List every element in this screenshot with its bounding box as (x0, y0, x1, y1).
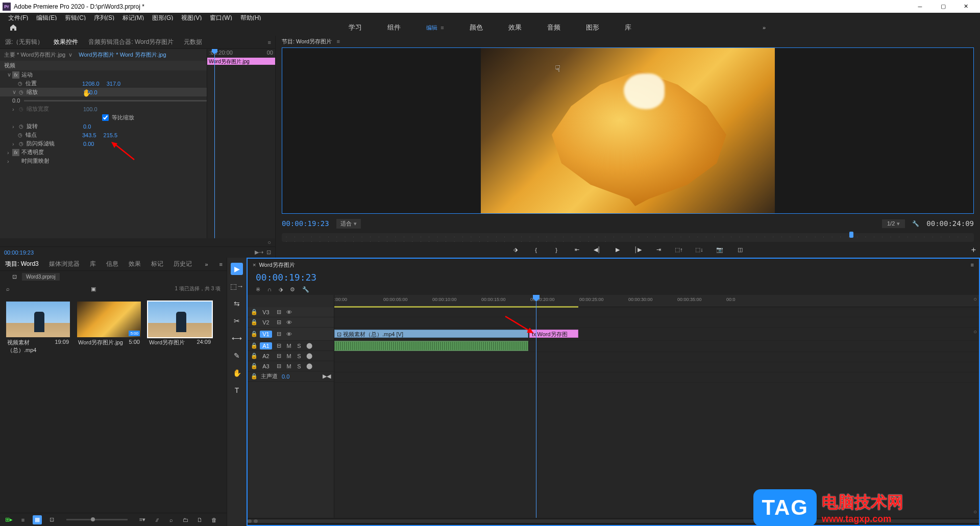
export-frame-button[interactable]: 📷 (714, 244, 725, 256)
fx-badge-icon[interactable]: fx (12, 149, 19, 156)
stopwatch-icon[interactable]: ◷ (16, 132, 23, 139)
tab-audio-mixer[interactable]: 音频剪辑混合器: Word另存图片 (87, 36, 175, 48)
solo-icon[interactable]: S (296, 353, 303, 359)
timeline-tracks-area[interactable]: :00:00 00:00:05:00 00:00:10:00 00:00:15:… (334, 295, 979, 518)
go-to-out-button[interactable]: ⇥ (653, 244, 664, 256)
uniform-scale-checkbox[interactable] (102, 114, 109, 121)
lock-icon[interactable]: 🔒 (251, 342, 257, 349)
master-volume[interactable]: 0.0 (282, 373, 289, 380)
lock-icon[interactable]: 🔒 (251, 373, 257, 380)
mute-icon[interactable]: M (285, 343, 292, 349)
tab-info[interactable]: 信息 (105, 258, 119, 270)
timeline-timecode[interactable]: 00:00:19:23 (248, 271, 979, 284)
expand-icon[interactable]: › (12, 123, 17, 130)
workspace-audio[interactable]: 音频 (542, 21, 566, 34)
stopwatch-icon[interactable]: ◷ (17, 123, 24, 130)
lift-button[interactable]: ⬚↑ (673, 244, 684, 256)
comparison-view-button[interactable]: ◫ (734, 244, 746, 256)
scroll-handle-icon[interactable]: ○ (973, 296, 977, 302)
sync-lock-icon[interactable]: ⊟ (275, 363, 282, 369)
selection-tool[interactable]: ▶ (231, 263, 243, 275)
bin-thumbnail[interactable] (148, 302, 212, 337)
tab-proj-effects[interactable]: 效果 (128, 258, 142, 270)
ripple-edit-tool[interactable]: ⇆ (231, 297, 243, 310)
track-output-icon[interactable]: 👁 (285, 319, 292, 325)
find-icon[interactable]: ⌕ (166, 515, 176, 524)
stopwatch-icon[interactable]: ◷ (17, 140, 24, 147)
razor-tool[interactable]: ✂ (231, 315, 243, 327)
snap-icon[interactable]: ※ (256, 286, 260, 293)
mark-in-button[interactable]: { (530, 244, 542, 256)
maximize-button[interactable]: ▢ (932, 0, 954, 13)
workspace-menu-icon[interactable]: ≡ (440, 24, 444, 31)
resolution-select[interactable]: 1/2▾ (882, 219, 905, 228)
play-button[interactable]: ▶ (612, 244, 623, 256)
program-scrubber[interactable]: · · · · · · · · · · · · · · · · · · · · … (282, 233, 974, 242)
home-button[interactable] (3, 20, 23, 35)
position-y-value[interactable]: 317.0 (107, 81, 121, 87)
solo-icon[interactable]: S (296, 343, 303, 349)
workspace-graphics[interactable]: 图形 (581, 21, 604, 34)
project-bins[interactable]: 视频素材（总）.mp419:09 5:00 Word另存图片.jpg5:00 W… (0, 295, 227, 513)
footer-icon[interactable]: ⊡ (266, 249, 271, 256)
fx-badge-icon[interactable]: fx (12, 71, 19, 79)
track-lane-master[interactable] (334, 372, 979, 383)
scroll-handle-icon[interactable]: ○ (973, 509, 977, 515)
bin-item[interactable]: 5:00 Word另存图片.jpg5:00 (77, 302, 141, 356)
mute-icon[interactable]: M (285, 363, 292, 369)
settings-wrench-icon[interactable]: 🔧 (912, 220, 919, 227)
anchor-y-value[interactable]: 215.5 (104, 132, 118, 138)
minimize-button[interactable]: ─ (909, 0, 932, 13)
expand-icon[interactable]: › (12, 106, 17, 112)
mini-playhead[interactable] (214, 49, 215, 238)
sync-lock-icon[interactable]: ⊟ (275, 319, 282, 325)
sync-lock-icon[interactable]: ⊟ (275, 309, 282, 315)
timeline-ruler[interactable]: :00:00 00:00:05:00 00:00:10:00 00:00:15:… (334, 295, 979, 307)
scroll-handle-icon[interactable]: ○ (267, 239, 271, 245)
track-name[interactable]: A1 (260, 342, 272, 349)
list-view-icon[interactable]: ≡ (18, 515, 28, 524)
footer-icon[interactable]: ▶⇢ (255, 249, 263, 256)
scroll-handle-icon[interactable]: ○ (973, 329, 977, 335)
clip-image[interactable]: fxWord另存图片.jpg (529, 330, 578, 338)
stopwatch-icon[interactable]: ◷ (17, 89, 24, 96)
expand-icon[interactable]: › (12, 141, 17, 147)
icon-view-icon[interactable]: ▦ (33, 515, 42, 524)
lock-icon[interactable]: 🔒 (251, 353, 257, 359)
bin-item[interactable]: Word另存图片24:09 (148, 302, 212, 356)
thumbnail-size-slider[interactable] (66, 519, 128, 520)
close-button[interactable]: ✕ (954, 0, 977, 13)
bin-icon[interactable]: ⊡ (12, 273, 17, 280)
panel-menu-icon[interactable]: ≡ (268, 39, 271, 45)
panel-menu-icon[interactable]: ≡ (337, 38, 340, 44)
expand-icon[interactable]: › (7, 149, 12, 156)
program-viewport[interactable]: ☟ (282, 47, 974, 214)
program-timecode-current[interactable]: 00:00:19:23 (282, 219, 329, 228)
tab-metadata[interactable]: 元数据 (183, 36, 203, 48)
tab-effect-controls[interactable]: 效果控件 (53, 36, 79, 48)
effect-mini-timeline[interactable]: :00:20:00 00 Word另存图片.jpg (207, 49, 275, 238)
type-tool[interactable]: T (231, 384, 243, 396)
track-name[interactable]: V1 (260, 331, 272, 338)
step-forward-button[interactable]: │▶ (632, 244, 644, 256)
track-header-master[interactable]: 🔒 主声道 0.0 ▶◀ (248, 371, 334, 382)
slip-tool[interactable]: ⟷ (231, 332, 243, 344)
position-x-value[interactable]: 1208.0 (82, 81, 100, 87)
mark-out-button[interactable]: } (551, 244, 562, 256)
mini-clip-bar[interactable]: Word另存图片.jpg (207, 58, 275, 65)
scrubber-playhead[interactable] (849, 232, 853, 238)
track-name[interactable]: V3 (260, 309, 272, 316)
workspace-libraries[interactable]: 库 (620, 21, 636, 34)
close-sequence-icon[interactable]: × (253, 262, 256, 268)
project-breadcrumb[interactable]: Word3.prproj (22, 273, 60, 281)
panel-menu-icon[interactable]: ≡ (219, 261, 223, 267)
solo-icon[interactable]: S (296, 363, 303, 369)
tab-proj-markers[interactable]: 标记 (150, 258, 164, 270)
track-name[interactable]: A3 (260, 363, 272, 370)
wrench-icon[interactable]: 🔧 (302, 286, 309, 293)
track-header-v1[interactable]: 🔒 V1 ⊟ 👁 (248, 328, 334, 341)
automate-to-sequence-icon[interactable]: ⫽ (152, 515, 161, 524)
track-select-tool[interactable]: ⬚→ (231, 280, 243, 292)
freeform-view-icon[interactable]: ⊡ (47, 515, 56, 524)
expand-icon[interactable]: › (7, 158, 12, 164)
